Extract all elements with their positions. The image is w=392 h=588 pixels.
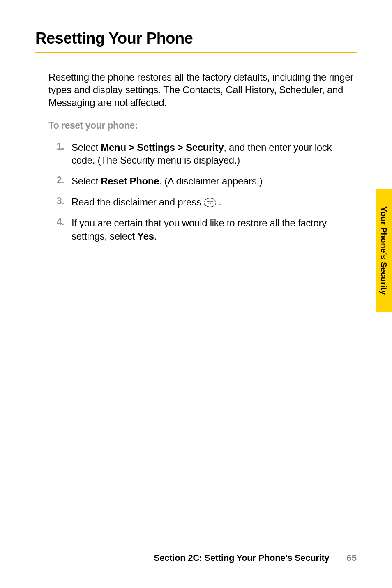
step-item-2: 2. Select Reset Phone. (A disclaimer app… bbox=[51, 175, 357, 187]
menu-ok-button-icon: MENUOK bbox=[204, 198, 216, 207]
step-body: If you are certain that you would like t… bbox=[71, 217, 357, 242]
step-text: Read the disclaimer and press bbox=[71, 196, 204, 208]
step-text: Select bbox=[71, 175, 101, 187]
step-bold: Menu > Settings > Security bbox=[101, 142, 224, 153]
step-list: 1. Select Menu > Settings > Security, an… bbox=[51, 141, 357, 242]
step-text: . (A disclaimer appears.) bbox=[159, 175, 262, 187]
intro-paragraph: Resetting the phone restores all the fac… bbox=[48, 71, 357, 109]
heading-underline bbox=[35, 52, 357, 53]
step-number: 3. bbox=[51, 196, 71, 207]
footer-section-title: Section 2C: Setting Your Phone's Securit… bbox=[154, 553, 329, 563]
step-item-3: 3. Read the disclaimer and press MENUOK … bbox=[51, 196, 357, 208]
step-number: 1. bbox=[51, 141, 71, 152]
page-title: Resetting Your Phone bbox=[35, 30, 357, 47]
step-text: . bbox=[216, 196, 221, 208]
step-body: Select Reset Phone. (A disclaimer appear… bbox=[71, 175, 357, 187]
step-bold: Yes bbox=[137, 231, 154, 242]
section-tab-label: Your Phone's Security bbox=[379, 206, 389, 295]
step-text: If you are certain that you would like t… bbox=[71, 217, 327, 241]
step-number: 2. bbox=[51, 175, 71, 186]
section-tab: Your Phone's Security bbox=[376, 189, 392, 312]
footer-page-number: 65 bbox=[347, 553, 357, 563]
icon-label-bottom: OK bbox=[208, 203, 211, 205]
step-text: . bbox=[154, 231, 157, 242]
step-body: Read the disclaimer and press MENUOK . bbox=[71, 196, 357, 208]
page-content: Resetting Your Phone Resetting the phone… bbox=[0, 0, 392, 242]
step-body: Select Menu > Settings > Security, and t… bbox=[71, 141, 357, 166]
step-item-1: 1. Select Menu > Settings > Security, an… bbox=[51, 141, 357, 166]
steps-heading: To reset your phone: bbox=[48, 120, 357, 131]
step-item-4: 4. If you are certain that you would lik… bbox=[51, 217, 357, 242]
page-footer: Section 2C: Setting Your Phone's Securit… bbox=[154, 553, 357, 563]
step-bold: Reset Phone bbox=[101, 175, 159, 187]
step-text: Select bbox=[71, 142, 101, 153]
step-number: 4. bbox=[51, 217, 71, 228]
